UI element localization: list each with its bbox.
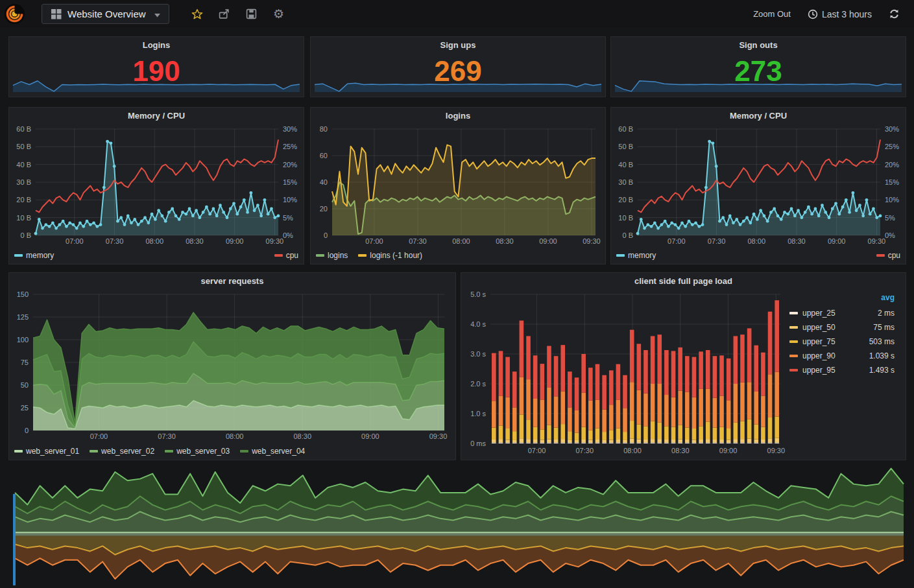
- legend-item-upper_90[interactable]: upper_901.039 s: [786, 349, 904, 363]
- legend-item-logins (-1 hour)[interactable]: logins (-1 hour): [358, 251, 422, 260]
- logins-sparkline: [11, 75, 302, 95]
- page-load-graph[interactable]: 07:0007:3008:0008:3009:0009:300 ms1.0 s2…: [463, 289, 786, 456]
- graph-panel-memory-cpu-1: Memory / CPU 07:0007:3008:0008:3009:0009…: [8, 107, 304, 265]
- svg-text:07:00: 07:00: [90, 432, 108, 440]
- svg-text:08:30: 08:30: [671, 447, 690, 454]
- legend-item-web_server_01[interactable]: web_server_01: [14, 447, 79, 456]
- svg-text:60: 60: [320, 152, 328, 159]
- legend-item-memory[interactable]: memory: [616, 251, 656, 260]
- panel-title[interactable]: Sign ups: [311, 37, 605, 53]
- legend-color-swatch: [616, 254, 625, 257]
- logins-graph[interactable]: 07:0007:3008:0008:3009:0009:30020406080: [313, 124, 603, 247]
- legend-color-swatch: [14, 450, 23, 453]
- legend-color-swatch: [789, 369, 798, 371]
- legend-item-web_server_03[interactable]: web_server_03: [165, 447, 230, 456]
- memory-cpu-graph[interactable]: 07:0007:3008:0008:3009:0009:300 B10 B20 …: [613, 124, 904, 247]
- panel-title[interactable]: logins: [311, 108, 605, 123]
- svg-text:10 B: 10 B: [618, 214, 633, 222]
- dashboard-picker[interactable]: Website Overview: [42, 4, 169, 24]
- svg-text:07:00: 07:00: [528, 447, 546, 454]
- legend-label: logins: [328, 251, 348, 260]
- legend-table: avgupper_252 msupper_5075 msupper_75503 …: [786, 289, 904, 458]
- svg-text:0: 0: [25, 427, 29, 434]
- legend: loginslogins (-1 hour): [316, 249, 600, 262]
- dashboard-title: Website Overview: [67, 8, 146, 19]
- grafana-logo-icon: [4, 3, 25, 25]
- legend-label: logins (-1 hour): [370, 251, 422, 260]
- share-button[interactable]: [211, 0, 238, 28]
- legend-color-swatch: [358, 254, 367, 257]
- legend-item-upper_25[interactable]: upper_252 ms: [786, 306, 904, 320]
- legend-item-web_server_04[interactable]: web_server_04: [240, 447, 305, 456]
- grafana-dashboard: Website Overview: [0, 0, 914, 588]
- legend-avg-value: 75 ms: [873, 323, 895, 332]
- legend: memorycpu: [14, 249, 298, 262]
- svg-text:60 B: 60 B: [618, 125, 633, 133]
- svg-text:08:00: 08:00: [747, 237, 765, 245]
- legend-color-swatch: [789, 312, 798, 314]
- legend-item-logins[interactable]: logins: [316, 251, 348, 260]
- chevron-down-icon: [154, 14, 160, 18]
- legend-color-swatch: [240, 450, 248, 453]
- svg-text:2.0 s: 2.0 s: [470, 380, 486, 388]
- time-range-label: Last 3 hours: [822, 9, 872, 19]
- svg-text:0 ms: 0 ms: [470, 440, 486, 447]
- svg-text:80: 80: [320, 125, 328, 133]
- svg-text:5.0 s: 5.0 s: [470, 290, 486, 298]
- legend-color-swatch: [789, 355, 798, 357]
- star-button[interactable]: [184, 0, 211, 28]
- legend-item-cpu[interactable]: cpu: [876, 251, 900, 260]
- svg-text:07:30: 07:30: [708, 237, 726, 245]
- svg-text:07:30: 07:30: [409, 237, 427, 245]
- grafana-logo[interactable]: [0, 0, 29, 28]
- panel-title[interactable]: Memory / CPU: [611, 108, 906, 123]
- legend-label: memory: [26, 251, 54, 260]
- svg-text:20 B: 20 B: [16, 196, 31, 204]
- svg-text:40 B: 40 B: [16, 161, 31, 169]
- time-range-picker[interactable]: Last 3 hours: [808, 9, 872, 19]
- legend-color-swatch: [789, 340, 798, 343]
- legend-color-swatch: [274, 254, 283, 257]
- panel-title[interactable]: server requests: [9, 273, 455, 288]
- svg-text:5%: 5%: [283, 214, 293, 222]
- legend-avg-header[interactable]: avg: [786, 290, 904, 306]
- legend-color-swatch: [14, 254, 23, 257]
- legend: web_server_01web_server_02web_server_03w…: [14, 445, 450, 458]
- server-requests-graph[interactable]: 07:0007:3008:0008:3009:0009:300255075100…: [11, 289, 453, 442]
- panel-title[interactable]: Sign outs: [611, 37, 906, 53]
- panel-title[interactable]: Logins: [9, 37, 304, 53]
- legend-item-upper_95[interactable]: upper_951.493 s: [786, 363, 904, 377]
- legend-item-upper_75[interactable]: upper_75503 ms: [786, 335, 904, 349]
- navbar-right: Zoom Out Last 3 hours: [753, 8, 914, 19]
- svg-text:07:00: 07:00: [365, 237, 383, 245]
- svg-text:08:00: 08:00: [226, 432, 244, 440]
- legend-item-cpu[interactable]: cpu: [274, 251, 298, 260]
- svg-text:60 B: 60 B: [16, 125, 31, 133]
- graph-panel-logins: logins 07:0007:3008:0008:3009:0009:30020…: [310, 107, 606, 265]
- svg-text:07:00: 07:00: [66, 237, 84, 245]
- panel-title[interactable]: Memory / CPU: [9, 108, 304, 123]
- svg-text:07:00: 07:00: [667, 237, 686, 245]
- legend-label: upper_95: [802, 366, 836, 375]
- svg-text:09:00: 09:00: [539, 237, 557, 245]
- refresh-button[interactable]: [889, 8, 900, 19]
- stat-panel-signups: Sign ups 269: [310, 36, 606, 97]
- save-button[interactable]: [238, 0, 265, 28]
- panel-title[interactable]: client side full page load: [461, 273, 906, 288]
- stream-graph[interactable]: [8, 463, 905, 587]
- legend-color-swatch: [876, 254, 885, 257]
- legend-item-memory[interactable]: memory: [14, 251, 54, 260]
- memory-cpu-graph[interactable]: 07:0007:3008:0008:3009:0009:300 B10 B20 …: [11, 124, 302, 247]
- settings-button[interactable]: ⚙: [265, 0, 293, 28]
- svg-text:08:00: 08:00: [452, 237, 470, 245]
- star-icon: [191, 8, 203, 20]
- signups-sparkline: [313, 75, 603, 95]
- svg-text:30%: 30%: [885, 125, 899, 133]
- svg-text:30 B: 30 B: [16, 178, 31, 186]
- legend-item-upper_50[interactable]: upper_5075 ms: [786, 320, 904, 335]
- navbar-actions: ⚙: [184, 0, 293, 28]
- page-load-body: 07:0007:3008:0008:3009:0009:300 ms1.0 s2…: [463, 289, 904, 458]
- svg-text:30 B: 30 B: [618, 178, 633, 186]
- legend-item-web_server_02[interactable]: web_server_02: [90, 447, 154, 456]
- zoom-out-button[interactable]: Zoom Out: [753, 9, 791, 19]
